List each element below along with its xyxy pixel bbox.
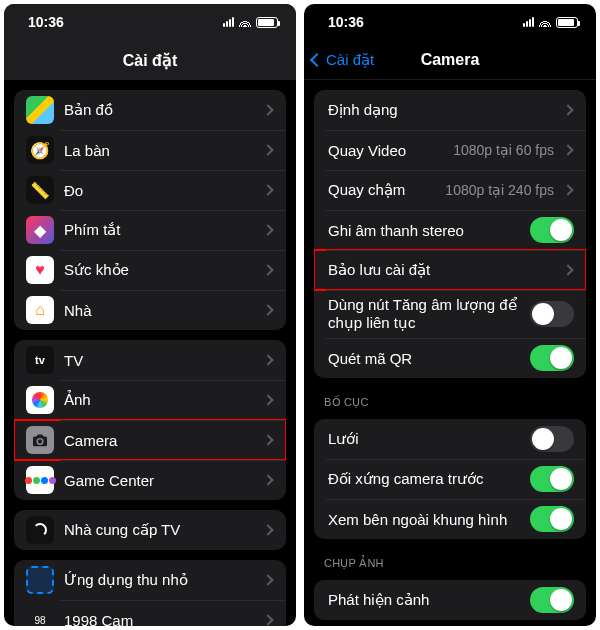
camera-volume-burst[interactable]: Dùng nút Tăng âm lượng để chụp liên tục <box>314 290 586 338</box>
camera-volume-burst-switch[interactable] <box>530 301 574 327</box>
status-indicators <box>523 17 578 28</box>
chevron-right-icon <box>262 304 273 315</box>
row-label: La bàn <box>64 142 254 159</box>
settings-measure[interactable]: 📏Đo <box>14 170 286 210</box>
settings-shortcuts[interactable]: ◆Phím tắt <box>14 210 286 250</box>
chevron-right-icon <box>262 524 273 535</box>
camera-record-video[interactable]: Quay Video1080p tại 60 fps <box>314 130 586 170</box>
camera-view-outside-frame-switch[interactable] <box>530 506 574 532</box>
chevron-right-icon <box>262 434 273 445</box>
battery-icon <box>556 17 578 28</box>
status-bar: 10:36 <box>304 4 596 40</box>
row-label: 1998 Cam <box>64 612 254 627</box>
wifi-icon <box>238 17 252 27</box>
settings-app-thumbnail[interactable]: Ứng dụng thu nhỏ <box>14 560 286 600</box>
nav-bar: Cài đặt <box>4 40 296 80</box>
settings-1998-cam[interactable]: 981998 Cam <box>14 600 286 626</box>
camera-scan-qr[interactable]: Quét mã QR <box>314 338 586 378</box>
settings-tv[interactable]: tvTV <box>14 340 286 380</box>
battery-icon <box>256 17 278 28</box>
row-label: Bảo lưu cài đặt <box>328 261 554 279</box>
settings-maps[interactable]: Bản đồ <box>14 90 286 130</box>
chevron-right-icon <box>262 354 273 365</box>
settings-health[interactable]: ♥Sức khỏe <box>14 250 286 290</box>
signal-icon <box>223 17 234 27</box>
settings-maps-icon <box>26 96 54 124</box>
settings-group: Ứng dụng thu nhỏ981998 Cam <box>14 560 286 626</box>
status-time: 10:36 <box>28 14 64 30</box>
row-label: Phát hiện cảnh <box>328 591 520 609</box>
nav-bar: Cài đặt Camera <box>304 40 596 80</box>
chevron-right-icon <box>562 144 573 155</box>
row-label: Đo <box>64 182 254 199</box>
row-label: Sức khỏe <box>64 261 254 279</box>
row-label: Quay chậm <box>328 181 435 199</box>
settings-compass[interactable]: 🧭La bàn <box>14 130 286 170</box>
chevron-right-icon <box>262 394 273 405</box>
settings-measure-icon: 📏 <box>26 176 54 204</box>
status-time: 10:36 <box>328 14 364 30</box>
chevron-right-icon <box>262 104 273 115</box>
row-label: Camera <box>64 432 254 449</box>
chevron-left-icon <box>310 52 324 66</box>
wifi-icon <box>538 17 552 27</box>
row-label: TV <box>64 352 254 369</box>
settings-compass-icon: 🧭 <box>26 136 54 164</box>
chevron-right-icon <box>562 104 573 115</box>
chevron-right-icon <box>262 184 273 195</box>
camera-scene-detection[interactable]: Phát hiện cảnh <box>314 580 586 620</box>
settings-shortcuts-icon: ◆ <box>26 216 54 244</box>
settings-group: tvTVẢnhCameraGame Center <box>14 340 286 500</box>
camera-grid[interactable]: Lưới <box>314 419 586 459</box>
chevron-right-icon <box>262 574 273 585</box>
row-label: Xem bên ngoài khung hình <box>328 511 520 528</box>
camera-settings-list[interactable]: Định dạngQuay Video1080p tại 60 fpsQuay … <box>304 80 596 626</box>
settings-group: Định dạngQuay Video1080p tại 60 fpsQuay … <box>314 90 586 378</box>
camera-format[interactable]: Định dạng <box>314 90 586 130</box>
camera-scene-detection-switch[interactable] <box>530 587 574 613</box>
chevron-right-icon <box>262 224 273 235</box>
settings-gamecenter[interactable]: Game Center <box>14 460 286 500</box>
settings-1998-cam-icon: 98 <box>26 606 54 626</box>
settings-photos-icon <box>26 386 54 414</box>
settings-photos[interactable]: Ảnh <box>14 380 286 420</box>
camera-preserve-settings[interactable]: Bảo lưu cài đặt <box>314 250 586 290</box>
status-indicators <box>223 17 278 28</box>
row-label: Ảnh <box>64 391 254 409</box>
row-label: Nhà cung cấp TV <box>64 521 254 539</box>
chevron-right-icon <box>562 264 573 275</box>
back-label: Cài đặt <box>326 51 374 69</box>
camera-scan-qr-switch[interactable] <box>530 345 574 371</box>
settings-tv-provider-icon <box>26 516 54 544</box>
settings-group: Bản đồ🧭La bàn📏Đo◆Phím tắt♥Sức khỏe⌂Nhà <box>14 90 286 330</box>
row-label: Phím tắt <box>64 221 254 239</box>
section-header: CHỤP ẢNH <box>324 557 576 570</box>
camera-record-slomo[interactable]: Quay chậm1080p tại 240 fps <box>314 170 586 210</box>
row-label: Quét mã QR <box>328 350 520 367</box>
settings-tv-provider[interactable]: Nhà cung cấp TV <box>14 510 286 550</box>
row-detail: 1080p tại 240 fps <box>445 182 554 198</box>
camera-mirror-front[interactable]: Đối xứng camera trước <box>314 459 586 499</box>
row-label: Định dạng <box>328 101 554 119</box>
row-label: Bản đồ <box>64 101 254 119</box>
camera-stereo-audio[interactable]: Ghi âm thanh stereo <box>314 210 586 250</box>
settings-list[interactable]: Bản đồ🧭La bàn📏Đo◆Phím tắt♥Sức khỏe⌂Nhàtv… <box>4 80 296 626</box>
status-bar: 10:36 <box>4 4 296 40</box>
signal-icon <box>523 17 534 27</box>
row-detail: 1080p tại 60 fps <box>453 142 554 158</box>
camera-grid-switch[interactable] <box>530 426 574 452</box>
camera-mirror-front-switch[interactable] <box>530 466 574 492</box>
chevron-right-icon <box>262 614 273 625</box>
settings-camera[interactable]: Camera <box>14 420 286 460</box>
camera-settings-screen: 10:36 Cài đặt Camera Định dạngQuay Video… <box>304 4 596 626</box>
camera-view-outside-frame[interactable]: Xem bên ngoài khung hình <box>314 499 586 539</box>
row-label: Dùng nút Tăng âm lượng để chụp liên tục <box>328 296 520 332</box>
settings-group: Nhà cung cấp TV <box>14 510 286 550</box>
settings-group: Phát hiện cảnh <box>314 580 586 620</box>
settings-group: LướiĐối xứng camera trướcXem bên ngoài k… <box>314 419 586 539</box>
settings-app-thumbnail-icon <box>26 566 54 594</box>
section-header: BỐ CỤC <box>324 396 576 409</box>
camera-stereo-audio-switch[interactable] <box>530 217 574 243</box>
settings-home[interactable]: ⌂Nhà <box>14 290 286 330</box>
back-button[interactable]: Cài đặt <box>312 40 374 79</box>
